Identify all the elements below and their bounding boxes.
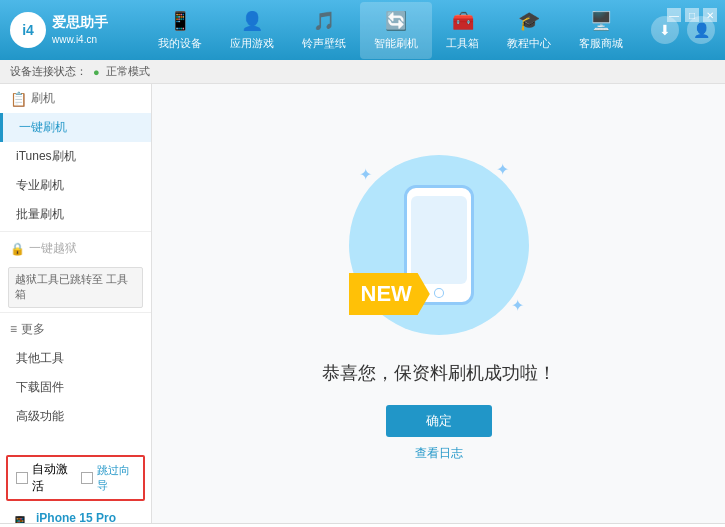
service-icon: 🖥️ [590, 10, 612, 32]
sparkle-icon-3: ✦ [511, 296, 524, 315]
phone-screen [411, 196, 467, 284]
tab-apps-games[interactable]: 👤 应用游戏 [216, 2, 288, 59]
tab-ringtones-label: 铃声壁纸 [302, 36, 346, 51]
more-label: 更多 [21, 321, 45, 338]
tab-service-label: 客服商城 [579, 36, 623, 51]
sidebar-divider [0, 231, 151, 232]
sparkle-icon-1: ✦ [359, 165, 372, 184]
bottom-bar: 禁止iTunes运行 V7.98.66 客服 微信公众号 检查更新 [0, 523, 725, 527]
apps-icon: 👤 [241, 10, 263, 32]
logo-area: i4 爱思助手 www.i4.cn [10, 12, 130, 48]
sidebar-item-other-tools[interactable]: 其他工具 [0, 344, 151, 373]
tab-ringtones[interactable]: 🎵 铃声壁纸 [288, 2, 360, 59]
auto-activate-checkbox[interactable] [16, 472, 28, 484]
main-layout: 📋 刷机 一键刷机 iTunes刷机 专业刷机 批量刷机 🔒 一键越狱 越狱工具… [0, 84, 725, 523]
tab-service[interactable]: 🖥️ 客服商城 [565, 2, 637, 59]
auto-activate-row: 自动激活 跳过向导 [6, 455, 145, 501]
flash-section-header: 📋 刷机 [0, 84, 151, 113]
new-ribbon: NEW [349, 273, 430, 315]
device-name: iPhone 15 Pro Max [36, 511, 141, 523]
tab-smart-flash[interactable]: 🔄 智能刷机 [360, 2, 432, 59]
status-value: 正常模式 [106, 64, 150, 79]
device-icon-row: 📱 iPhone 15 Pro Max [10, 511, 141, 523]
jailbreak-label: 一键越狱 [29, 240, 77, 257]
device-icon: 📱 [169, 10, 191, 32]
ringtone-icon: 🎵 [313, 10, 335, 32]
minimize-button[interactable]: — [667, 8, 681, 22]
flash-section-icon: 📋 [10, 91, 27, 107]
device-info: 📱 iPhone 15 Pro Max 512GB iPhone [0, 505, 151, 523]
nav-tabs: 📱 我的设备 👤 应用游戏 🎵 铃声壁纸 🔄 智能刷机 🧰 工具箱 🎓 [130, 2, 651, 59]
app-name: 爱思助手 [52, 13, 108, 33]
status-dot-icon: ● [93, 66, 100, 78]
flash-icon: 🔄 [385, 10, 407, 32]
sidebar: 📋 刷机 一键刷机 iTunes刷机 专业刷机 批量刷机 🔒 一键越狱 越狱工具… [0, 84, 152, 523]
top-bar: i4 爱思助手 www.i4.cn 📱 我的设备 👤 应用游戏 🎵 铃声壁纸 🔄… [0, 0, 725, 60]
ribbon-text: NEW [349, 273, 430, 315]
maximize-button[interactable]: □ [685, 8, 699, 22]
flash-section-label: 刷机 [31, 90, 55, 107]
tab-my-device[interactable]: 📱 我的设备 [144, 2, 216, 59]
tab-my-device-label: 我的设备 [158, 36, 202, 51]
tab-tutorials-label: 教程中心 [507, 36, 551, 51]
tab-apps-label: 应用游戏 [230, 36, 274, 51]
more-icon: ≡ [10, 322, 17, 336]
tutorials-icon: 🎓 [518, 10, 540, 32]
sidebar-item-itunes-flash[interactable]: iTunes刷机 [0, 142, 151, 171]
sidebar-item-pro-flash[interactable]: 专业刷机 [0, 171, 151, 200]
tab-smart-flash-label: 智能刷机 [374, 36, 418, 51]
app-url: www.i4.cn [52, 33, 108, 47]
sidebar-item-onekey-flash[interactable]: 一键刷机 [0, 113, 151, 142]
success-message: 恭喜您，保资料刷机成功啦！ [322, 361, 556, 385]
status-label: 设备连接状态： [10, 64, 87, 79]
skip-wizard-checkbox[interactable] [81, 472, 93, 484]
toolbox-icon: 🧰 [452, 10, 474, 32]
sidebar-notice: 越狱工具已跳转至 工具箱 [8, 267, 143, 308]
sidebar-item-download-firmware[interactable]: 下载固件 [0, 373, 151, 402]
sidebar-divider-2 [0, 312, 151, 313]
connection-status-bar: 设备连接状态： ● 正常模式 [0, 60, 725, 84]
more-section-header: ≡ 更多 [0, 315, 151, 344]
view-log-link[interactable]: 查看日志 [415, 445, 463, 462]
sidebar-item-batch-flash[interactable]: 批量刷机 [0, 200, 151, 229]
phone-illustration: ✦ ✦ ✦ NEW [339, 145, 539, 345]
phone-home-button [434, 288, 444, 298]
sidebar-item-advanced[interactable]: 高级功能 [0, 402, 151, 431]
close-button[interactable]: ✕ [703, 8, 717, 22]
tab-toolbox[interactable]: 🧰 工具箱 [432, 2, 493, 59]
window-controls: — □ ✕ [667, 8, 717, 22]
skip-wizard-label[interactable]: 跳过向导 [97, 463, 135, 493]
confirm-button[interactable]: 确定 [386, 405, 492, 437]
sparkle-icon-2: ✦ [496, 160, 509, 179]
phone-device-icon: 📱 [10, 515, 30, 523]
logo-icon: i4 [10, 12, 46, 48]
sidebar-disabled-jailbreak: 🔒 一键越狱 [0, 234, 151, 263]
lock-icon: 🔒 [10, 242, 25, 256]
content-area: ✦ ✦ ✦ NEW 恭喜您，保资料刷机成功啦！ 确定 查看日志 [152, 84, 725, 523]
auto-activate-label: 自动激活 [32, 461, 73, 495]
tab-toolbox-label: 工具箱 [446, 36, 479, 51]
tab-tutorials[interactable]: 🎓 教程中心 [493, 2, 565, 59]
